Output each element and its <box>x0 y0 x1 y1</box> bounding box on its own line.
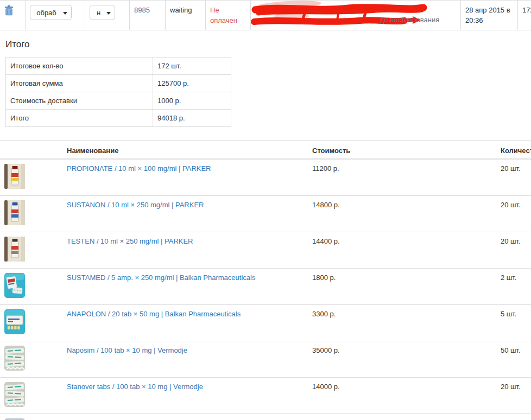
product-link[interactable]: Naposim / 100 tab × 10 mg | Vermodje <box>67 346 187 354</box>
vial-box-blue-photo <box>4 200 25 225</box>
summary-value: 125700 р. <box>153 75 231 92</box>
customer-cell: до востребования <box>251 1 461 30</box>
order-state: waiting <box>170 6 192 14</box>
summary-label: Итого <box>6 110 153 127</box>
order-row: обраб н 8985 waiting Не оплачен <box>0 1 531 30</box>
product-thumbnail-cell <box>0 196 62 232</box>
products-header-qty: Количество <box>496 141 531 160</box>
order-status-select-value: обраб <box>36 9 56 17</box>
product-qty-cell: 5 шт. <box>496 305 531 341</box>
product-price-cell: 11200 р. <box>308 159 496 196</box>
product-price-cell: 6300 р. <box>308 414 496 420</box>
summary-value: 172 шт. <box>153 58 231 75</box>
product-row: TESTEN / 10 ml × 250 mg/ml | PARKER 1440… <box>0 232 531 269</box>
product-price-cell: 1800 р. <box>308 269 496 305</box>
products-header-spacer <box>0 141 62 160</box>
summary-value: 1000 р. <box>153 92 231 110</box>
product-qty-cell: 5 шт. <box>496 414 531 420</box>
summary-label: Стоимость доставки <box>6 92 153 110</box>
product-price: 14400 р. <box>312 237 340 245</box>
product-link[interactable]: SUSTANON / 10 ml × 250 mg/ml | PARKER <box>67 201 204 209</box>
product-qty-cell: 20 шт. <box>496 378 531 414</box>
summary-row: Итоговая сумма 125700 р. <box>6 75 231 92</box>
product-qty-cell: 50 шт. <box>496 341 531 378</box>
order-date-cell: 28 апр 2015 в 20:36 <box>461 1 518 30</box>
product-name-cell: Stanover tabs / 100 tab × 10 mg | Vermod… <box>62 378 308 414</box>
product-price-cell: 14000 р. <box>308 378 496 414</box>
chevron-down-icon <box>63 12 67 15</box>
product-qty: 5 шт. <box>501 310 516 318</box>
blister-strips-green-photo <box>4 382 25 407</box>
product-qty: 20 шт. <box>501 201 521 209</box>
teal-box-ampoules-photo <box>4 273 25 298</box>
order-state-cell: waiting <box>166 1 206 30</box>
product-price-cell: 14800 р. <box>308 196 496 232</box>
products-header-row: Наименование Стоимость Количество <box>0 141 531 160</box>
order-row-table: обраб н 8985 waiting Не оплачен <box>0 0 531 30</box>
payment-status: Не оплачен <box>210 6 237 24</box>
product-name-cell: SUSTANON / 10 ml × 250 mg/ml | PARKER <box>62 196 308 232</box>
order-status-select[interactable]: обраб <box>30 5 72 20</box>
summary-label: Итоговая сумма <box>6 75 153 92</box>
product-price: 35000 р. <box>312 346 340 354</box>
product-row: Androver / 50 tab × 50 mg | Vermodje 630… <box>0 414 531 420</box>
teal-box-tabs-photo <box>4 309 25 334</box>
summary-row: Стоимость доставки 1000 р. <box>6 92 231 110</box>
products-header-name: Наименование <box>62 141 308 160</box>
product-qty-cell: 20 шт. <box>496 196 531 232</box>
delete-cell <box>0 1 26 30</box>
product-name-cell: PROPIONATE / 10 ml × 100 mg/ml | PARKER <box>62 159 308 196</box>
summary-value: 94018 р. <box>153 110 231 127</box>
products-header-price: Стоимость <box>308 141 496 160</box>
product-price: 14000 р. <box>312 383 340 391</box>
product-row: PROPIONATE / 10 ml × 100 mg/ml | PARKER … <box>0 159 531 196</box>
payment-status-cell: Не оплачен <box>206 1 251 30</box>
summary-title: Итого <box>5 39 531 50</box>
product-name-cell: Androver / 50 tab × 50 mg | Vermodje <box>62 414 308 420</box>
product-thumbnail-cell <box>0 159 62 196</box>
product-price-cell: 14400 р. <box>308 232 496 269</box>
summary-row: Итого 94018 р. <box>6 110 231 127</box>
product-row: Naposim / 100 tab × 10 mg | Vermodje 350… <box>0 341 531 378</box>
order-id-link[interactable]: 8985 <box>134 6 150 14</box>
product-row: Stanover tabs / 100 tab × 10 mg | Vermod… <box>0 378 531 414</box>
product-price: 1800 р. <box>312 273 336 282</box>
product-row: SUSTANON / 10 ml × 250 mg/ml | PARKER 14… <box>0 196 531 232</box>
product-name-cell: SUSTAMED / 5 amp. × 250 mg/ml | Balkan P… <box>62 269 308 305</box>
product-qty-cell: 20 шт. <box>496 159 531 196</box>
product-price-cell: 3300 р. <box>308 305 496 341</box>
product-name-cell: TESTEN / 10 ml × 250 mg/ml | PARKER <box>62 232 308 269</box>
summary-row: Итоговое кол-во 172 шт. <box>6 58 231 75</box>
product-row: SUSTAMED / 5 amp. × 250 mg/ml | Balkan P… <box>0 269 531 305</box>
product-link[interactable]: Stanover tabs / 100 tab × 10 mg | Vermod… <box>67 383 203 391</box>
product-row: ANAPOLON / 20 tab × 50 mg | Balkan Pharm… <box>0 305 531 341</box>
address-visible-text: до востребования <box>380 15 439 25</box>
product-price: 14800 р. <box>312 201 340 209</box>
product-qty-cell: 2 шт. <box>496 269 531 305</box>
product-link[interactable]: SUSTAMED / 5 amp. × 250 mg/ml | Balkan P… <box>67 273 255 282</box>
vial-box-dark-photo <box>4 237 25 262</box>
product-qty-cell: 20 шт. <box>496 232 531 269</box>
secondary-select-cell: н <box>85 1 130 30</box>
product-price-cell: 35000 р. <box>308 341 496 378</box>
order-quantity-cell: 172 шт. <box>518 1 531 30</box>
order-date: 28 апр 2015 в 20:36 <box>465 6 510 24</box>
product-link[interactable]: TESTEN / 10 ml × 250 mg/ml | PARKER <box>67 237 193 245</box>
trash-icon[interactable] <box>4 9 14 17</box>
product-price: 3300 р. <box>312 310 336 318</box>
product-thumbnail-cell <box>0 269 62 305</box>
product-link[interactable]: ANAPOLON / 20 tab × 50 mg | Balkan Pharm… <box>67 310 241 318</box>
order-quantity: 172 шт. <box>522 6 531 14</box>
products-table: Наименование Стоимость Количество PROPIO… <box>0 140 531 420</box>
product-qty: 50 шт. <box>501 346 521 354</box>
product-thumbnail-cell <box>0 232 62 269</box>
summary-table: Итоговое кол-во 172 шт. Итоговая сумма 1… <box>5 57 231 127</box>
product-name-cell: ANAPOLON / 20 tab × 50 mg | Balkan Pharm… <box>62 305 308 341</box>
product-thumbnail-cell <box>0 341 62 378</box>
product-qty: 20 шт. <box>501 164 521 173</box>
product-qty: 20 шт. <box>501 383 521 391</box>
status-select-cell: обраб <box>26 1 85 30</box>
blister-strips-green-photo <box>4 346 25 371</box>
order-secondary-select[interactable]: н <box>90 5 115 20</box>
product-link[interactable]: PROPIONATE / 10 ml × 100 mg/ml | PARKER <box>67 164 211 173</box>
